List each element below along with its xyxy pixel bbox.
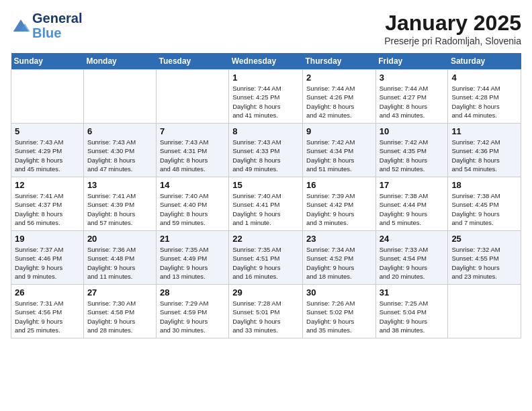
day-number: 10 [380, 126, 445, 136]
weekday-header: Monday [83, 53, 156, 70]
calendar-cell: 29Sunrise: 7:28 AM Sunset: 5:01 PM Dayli… [229, 285, 303, 338]
calendar-cell: 28Sunrise: 7:29 AM Sunset: 4:59 PM Dayli… [156, 285, 228, 338]
day-info: Sunrise: 7:37 AM Sunset: 4:46 PM Dayligh… [15, 245, 80, 281]
day-info: Sunrise: 7:42 AM Sunset: 4:34 PM Dayligh… [306, 138, 372, 173]
calendar-week-row: 12Sunrise: 7:41 AM Sunset: 4:37 PM Dayli… [11, 177, 521, 231]
day-number: 15 [232, 180, 299, 190]
calendar-cell: 3Sunrise: 7:44 AM Sunset: 4:27 PM Daylig… [375, 70, 448, 124]
day-number: 7 [160, 126, 225, 136]
calendar-cell: 9Sunrise: 7:42 AM Sunset: 4:34 PM Daylig… [303, 124, 376, 177]
calendar-cell: 12Sunrise: 7:41 AM Sunset: 4:37 PM Dayli… [11, 177, 84, 231]
calendar-cell: 2Sunrise: 7:44 AM Sunset: 4:26 PM Daylig… [303, 70, 376, 124]
day-number: 8 [232, 126, 299, 136]
logo: General Blue [11, 11, 82, 40]
day-number: 12 [15, 180, 80, 190]
calendar-cell: 7Sunrise: 7:43 AM Sunset: 4:31 PM Daylig… [156, 124, 228, 177]
day-number: 1 [232, 73, 299, 83]
day-number: 29 [232, 287, 299, 298]
calendar-cell [11, 70, 84, 124]
day-number: 16 [306, 180, 372, 190]
calendar-cell: 6Sunrise: 7:43 AM Sunset: 4:30 PM Daylig… [83, 124, 156, 177]
calendar-cell: 17Sunrise: 7:38 AM Sunset: 4:44 PM Dayli… [375, 177, 448, 231]
day-info: Sunrise: 7:35 AM Sunset: 4:51 PM Dayligh… [232, 245, 299, 281]
title-block: January 2025 Preserje pri Radomljah, Slo… [384, 11, 521, 46]
location: Preserje pri Radomljah, Slovenia [384, 36, 521, 46]
calendar-cell: 31Sunrise: 7:25 AM Sunset: 5:04 PM Dayli… [375, 285, 448, 338]
day-number: 28 [160, 287, 225, 298]
day-info: Sunrise: 7:30 AM Sunset: 4:58 PM Dayligh… [87, 299, 152, 334]
calendar-cell: 16Sunrise: 7:39 AM Sunset: 4:42 PM Dayli… [303, 177, 376, 231]
day-number: 19 [15, 234, 80, 244]
calendar-cell: 30Sunrise: 7:26 AM Sunset: 5:02 PM Dayli… [303, 285, 376, 338]
calendar-cell: 13Sunrise: 7:41 AM Sunset: 4:39 PM Dayli… [83, 177, 156, 231]
day-info: Sunrise: 7:25 AM Sunset: 5:04 PM Dayligh… [380, 299, 445, 334]
calendar-cell: 24Sunrise: 7:33 AM Sunset: 4:54 PM Dayli… [375, 231, 448, 285]
day-info: Sunrise: 7:28 AM Sunset: 5:01 PM Dayligh… [232, 299, 299, 334]
calendar-cell: 25Sunrise: 7:32 AM Sunset: 4:55 PM Dayli… [448, 231, 521, 285]
calendar-cell: 19Sunrise: 7:37 AM Sunset: 4:46 PM Dayli… [11, 231, 84, 285]
day-number: 4 [451, 73, 517, 83]
day-info: Sunrise: 7:44 AM Sunset: 4:27 PM Dayligh… [380, 84, 445, 120]
day-info: Sunrise: 7:41 AM Sunset: 4:39 PM Dayligh… [87, 191, 152, 227]
calendar-cell: 5Sunrise: 7:43 AM Sunset: 4:29 PM Daylig… [11, 124, 84, 177]
weekday-header-row: SundayMondayTuesdayWednesdayThursdayFrid… [11, 53, 521, 70]
day-info: Sunrise: 7:44 AM Sunset: 4:25 PM Dayligh… [232, 84, 299, 120]
weekday-header: Saturday [448, 53, 521, 70]
day-info: Sunrise: 7:33 AM Sunset: 4:54 PM Dayligh… [380, 245, 445, 281]
day-number: 27 [87, 287, 152, 298]
calendar-cell: 21Sunrise: 7:35 AM Sunset: 4:49 PM Dayli… [156, 231, 228, 285]
calendar-week-row: 5Sunrise: 7:43 AM Sunset: 4:29 PM Daylig… [11, 124, 521, 177]
day-info: Sunrise: 7:44 AM Sunset: 4:28 PM Dayligh… [451, 84, 517, 120]
day-info: Sunrise: 7:34 AM Sunset: 4:52 PM Dayligh… [306, 245, 372, 281]
day-info: Sunrise: 7:43 AM Sunset: 4:30 PM Dayligh… [87, 138, 152, 173]
calendar-cell: 18Sunrise: 7:38 AM Sunset: 4:45 PM Dayli… [448, 177, 521, 231]
calendar-cell: 11Sunrise: 7:42 AM Sunset: 4:36 PM Dayli… [448, 124, 521, 177]
day-number: 2 [306, 73, 372, 83]
day-number: 24 [380, 234, 445, 244]
calendar-week-row: 26Sunrise: 7:31 AM Sunset: 4:56 PM Dayli… [11, 285, 521, 338]
day-number: 21 [160, 234, 225, 244]
day-number: 5 [15, 126, 80, 136]
day-number: 26 [15, 287, 80, 298]
weekday-header: Thursday [303, 53, 376, 70]
logo-icon [11, 15, 31, 36]
day-number: 31 [380, 287, 445, 298]
day-info: Sunrise: 7:31 AM Sunset: 4:56 PM Dayligh… [15, 299, 80, 334]
day-number: 6 [87, 126, 152, 136]
day-number: 14 [160, 180, 225, 190]
day-number: 23 [306, 234, 372, 244]
day-info: Sunrise: 7:38 AM Sunset: 4:44 PM Dayligh… [380, 191, 445, 227]
calendar-cell: 22Sunrise: 7:35 AM Sunset: 4:51 PM Dayli… [229, 231, 303, 285]
weekday-header: Tuesday [156, 53, 228, 70]
calendar-cell: 14Sunrise: 7:40 AM Sunset: 4:40 PM Dayli… [156, 177, 228, 231]
weekday-header: Sunday [11, 53, 84, 70]
calendar-cell [156, 70, 228, 124]
calendar-table: SundayMondayTuesdayWednesdayThursdayFrid… [11, 53, 521, 338]
day-number: 9 [306, 126, 372, 136]
day-number: 13 [87, 180, 152, 190]
logo-text: General Blue [32, 11, 82, 40]
day-info: Sunrise: 7:43 AM Sunset: 4:33 PM Dayligh… [232, 138, 299, 173]
day-info: Sunrise: 7:26 AM Sunset: 5:02 PM Dayligh… [306, 299, 372, 334]
day-info: Sunrise: 7:40 AM Sunset: 4:40 PM Dayligh… [160, 191, 225, 227]
month-title: January 2025 [384, 11, 521, 36]
day-info: Sunrise: 7:42 AM Sunset: 4:35 PM Dayligh… [380, 138, 445, 173]
day-info: Sunrise: 7:38 AM Sunset: 4:45 PM Dayligh… [451, 191, 517, 227]
calendar-cell: 23Sunrise: 7:34 AM Sunset: 4:52 PM Dayli… [303, 231, 376, 285]
day-number: 18 [451, 180, 517, 190]
day-number: 30 [306, 287, 372, 298]
calendar-cell: 1Sunrise: 7:44 AM Sunset: 4:25 PM Daylig… [229, 70, 303, 124]
weekday-header: Wednesday [229, 53, 303, 70]
day-info: Sunrise: 7:42 AM Sunset: 4:36 PM Dayligh… [451, 138, 517, 173]
calendar-cell: 8Sunrise: 7:43 AM Sunset: 4:33 PM Daylig… [229, 124, 303, 177]
day-number: 25 [451, 234, 517, 244]
weekday-header: Friday [375, 53, 448, 70]
day-info: Sunrise: 7:40 AM Sunset: 4:41 PM Dayligh… [232, 191, 299, 227]
calendar-cell [448, 285, 521, 338]
day-number: 3 [380, 73, 445, 83]
page-header: General Blue January 2025 Preserje pri R… [11, 11, 521, 46]
day-info: Sunrise: 7:43 AM Sunset: 4:31 PM Dayligh… [160, 138, 225, 173]
day-info: Sunrise: 7:44 AM Sunset: 4:26 PM Dayligh… [306, 84, 372, 120]
day-number: 17 [380, 180, 445, 190]
day-info: Sunrise: 7:29 AM Sunset: 4:59 PM Dayligh… [160, 299, 225, 334]
